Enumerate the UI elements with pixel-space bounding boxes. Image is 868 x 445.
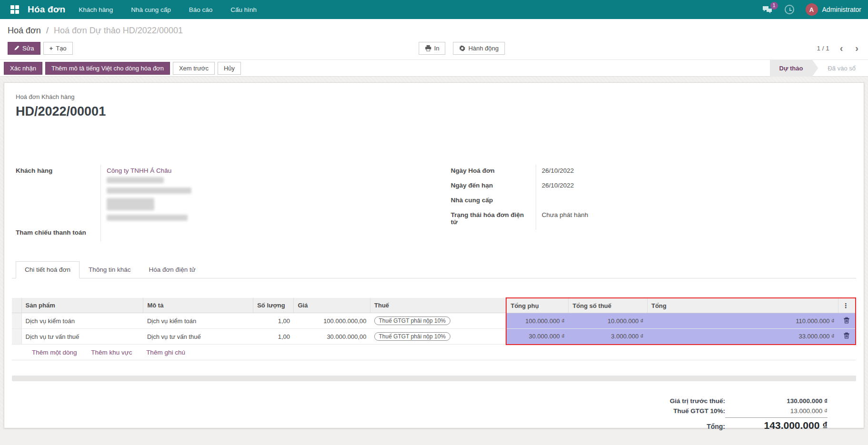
col-quantity[interactable]: Số lượng bbox=[253, 298, 294, 313]
col-subtotal[interactable]: Tổng phụ bbox=[506, 298, 568, 313]
cell-price[interactable]: 30.000.000,00 bbox=[294, 329, 370, 345]
user-avatar: A bbox=[806, 3, 818, 16]
col-tax[interactable]: Thuế bbox=[370, 298, 507, 313]
messages-button[interactable]: 1 bbox=[762, 5, 773, 14]
cancel-button[interactable]: Hủy bbox=[218, 62, 241, 75]
col-price[interactable]: Giá bbox=[294, 298, 370, 313]
cell-product[interactable]: Dịch vụ kiểm toán bbox=[21, 313, 143, 329]
preview-button[interactable]: Xem trước bbox=[173, 62, 215, 75]
customer-value[interactable]: Công ty TNHH Á Châu bbox=[100, 165, 417, 227]
einvoice-status-value: Chưa phát hành bbox=[536, 209, 852, 230]
cell-product[interactable]: Dịch vụ tư vấn thuế bbox=[21, 329, 143, 345]
cell-tax-total[interactable]: 10.000.000 ₫ bbox=[569, 313, 648, 329]
col-product[interactable]: Sản phẩm bbox=[21, 298, 143, 313]
column-options-menu[interactable]: ⋮ bbox=[838, 298, 856, 313]
grand-total-label: Tổng: bbox=[707, 423, 725, 430]
invoice-line-row-1[interactable]: Dịch vụ kiểm toán Dịch vụ kiểm toán 1,00… bbox=[12, 313, 856, 329]
cell-tax[interactable]: Thuế GTGT phải nộp 10% bbox=[370, 329, 507, 345]
printer-icon bbox=[425, 45, 431, 51]
menu-item-configuration[interactable]: Cấu hình bbox=[229, 1, 258, 18]
gear-icon bbox=[459, 45, 466, 51]
messages-badge: 1 bbox=[770, 2, 778, 10]
totals-block: Giá trị trước thuế: 130.000.000 ₫ Thuế G… bbox=[670, 397, 828, 434]
vendor-value[interactable] bbox=[536, 194, 852, 209]
state-posted[interactable]: Đã vào sổ bbox=[818, 59, 868, 77]
col-total[interactable]: Tổng bbox=[647, 298, 838, 313]
form-background: Hoá đơn Khách hàng HD/2022/00001 Khách h… bbox=[0, 77, 868, 428]
create-button[interactable]: + Tạo bbox=[43, 42, 73, 55]
cell-description[interactable]: Dịch vụ kiểm toán bbox=[143, 313, 253, 329]
trash-icon bbox=[844, 317, 849, 324]
menu-item-customers[interactable]: Khách hàng bbox=[78, 1, 114, 18]
breadcrumb-root[interactable]: Hoá đơn bbox=[8, 26, 41, 35]
menu-item-vendors[interactable]: Nhà cung cấp bbox=[130, 1, 171, 18]
pager-prev-button[interactable]: ‹ bbox=[838, 43, 845, 53]
right-field-group: Ngày Hoá đơn 26/10/2022 Ngày đến hạn 26/… bbox=[451, 165, 852, 241]
pager-value: 1 / 1 bbox=[817, 45, 829, 52]
tax-amount-label: Thuế GTGT 10%: bbox=[673, 407, 725, 415]
cell-subtotal[interactable]: 100.000.000 ₫ bbox=[506, 313, 568, 329]
invoice-number: HD/2022/00001 bbox=[16, 104, 856, 119]
cell-quantity[interactable]: 1,00 bbox=[253, 329, 294, 345]
delete-row-button[interactable] bbox=[838, 313, 856, 329]
add-vietnamese-description-button[interactable]: Thêm mô tả tiếng Việt cho dòng hóa đơn bbox=[45, 62, 170, 75]
due-date-label: Ngày đến hạn bbox=[451, 179, 536, 194]
col-tax-total[interactable]: Tổng số thuế bbox=[569, 298, 648, 313]
row-handle-column bbox=[12, 298, 21, 313]
tab-invoice-lines[interactable]: Chi tiết hoá đơn bbox=[16, 261, 80, 278]
tab-einvoice[interactable]: Hóa đơn điện tử bbox=[140, 261, 204, 278]
print-button[interactable]: In bbox=[419, 42, 446, 55]
tax-amount-value: 13.000.000 ₫ bbox=[725, 407, 828, 415]
payment-reference-label: Tham chiếu thanh toán bbox=[16, 227, 100, 241]
top-navbar: Hóa đơn Khách hàng Nhà cung cấp Báo cáo … bbox=[0, 0, 868, 19]
vendor-label: Nhà cung cấp bbox=[451, 194, 536, 209]
horizontal-scrollbar[interactable] bbox=[12, 376, 856, 381]
row-handle[interactable] bbox=[12, 313, 21, 329]
activities-clock-icon[interactable] bbox=[785, 5, 794, 14]
tax-pill: Thuế GTGT phải nộp 10% bbox=[374, 332, 451, 341]
cell-tax-total[interactable]: 3.000.000 ₫ bbox=[569, 329, 648, 345]
invoice-lines-table-wrap: Sản phẩm Mô tả Số lượng Giá Thuế Tổng ph… bbox=[12, 297, 856, 360]
notebook-tabs: Chi tiết hoá đơn Thông tin khác Hóa đơn … bbox=[12, 261, 856, 278]
add-line-link[interactable]: Thêm một dòng bbox=[32, 349, 77, 356]
due-date-value[interactable]: 26/10/2022 bbox=[536, 179, 852, 194]
table-header-row: Sản phẩm Mô tả Số lượng Giá Thuế Tổng ph… bbox=[12, 298, 856, 313]
apps-menu-button[interactable] bbox=[7, 5, 23, 14]
table-footer-links-row: Thêm một dòng Thêm khu vực Thêm ghi chú bbox=[12, 345, 856, 360]
breadcrumb: Hoá đơn / Hoá đơn Dự thảo HD/2022/00001 bbox=[8, 26, 860, 36]
plus-icon: + bbox=[50, 45, 53, 52]
grand-total-value: 143.000.000 ₫ bbox=[725, 417, 828, 431]
app-title[interactable]: Hóa đơn bbox=[28, 4, 65, 15]
left-field-group: Khách hàng Công ty TNHH Á Châu Tham chiế… bbox=[16, 165, 417, 241]
add-note-link[interactable]: Thêm ghi chú bbox=[146, 349, 185, 356]
delete-row-button[interactable] bbox=[838, 329, 856, 345]
invoice-line-row-2[interactable]: Dịch vụ tư vấn thuế Dịch vụ tư vấn thuế … bbox=[12, 329, 856, 345]
cell-total[interactable]: 33.000.000 ₫ bbox=[647, 329, 838, 345]
add-section-link[interactable]: Thêm khu vực bbox=[91, 349, 132, 356]
row-handle[interactable] bbox=[12, 329, 21, 345]
cell-tax[interactable]: Thuế GTGT phải nộp 10% bbox=[370, 313, 507, 329]
breadcrumb-current: Hoá đơn Dự thảo HD/2022/00001 bbox=[54, 26, 183, 35]
user-name: Administrator bbox=[822, 6, 861, 13]
invoice-date-value[interactable]: 26/10/2022 bbox=[536, 165, 852, 179]
customer-label: Khách hàng bbox=[16, 165, 100, 227]
cell-quantity[interactable]: 1,00 bbox=[253, 313, 294, 329]
tab-other-info[interactable]: Thông tin khác bbox=[80, 261, 140, 278]
col-description[interactable]: Mô tả bbox=[143, 298, 253, 313]
payment-reference-value[interactable] bbox=[100, 227, 417, 241]
edit-button[interactable]: Sửa bbox=[8, 42, 40, 55]
cell-total[interactable]: 110.000.000 ₫ bbox=[647, 313, 838, 329]
statusbar: Xác nhận Thêm mô tả tiếng Việt cho dòng … bbox=[0, 59, 868, 77]
cell-subtotal[interactable]: 30.000.000 ₫ bbox=[506, 329, 568, 345]
menu-item-reports[interactable]: Báo cáo bbox=[188, 1, 214, 18]
confirm-button[interactable]: Xác nhận bbox=[4, 62, 42, 75]
cell-description[interactable]: Dịch vụ tư vấn thuế bbox=[143, 329, 253, 345]
user-menu[interactable]: A Administrator bbox=[806, 3, 861, 16]
cell-price[interactable]: 100.000.000,00 bbox=[294, 313, 370, 329]
breadcrumb-separator: / bbox=[46, 26, 49, 35]
pager-next-button[interactable]: › bbox=[853, 43, 860, 53]
state-draft[interactable]: Dự thảo bbox=[770, 59, 818, 77]
action-button[interactable]: Hành động bbox=[453, 42, 505, 55]
untaxed-amount-value: 130.000.000 ₫ bbox=[725, 397, 828, 405]
state-steps: Dự thảo Đã vào sổ bbox=[770, 59, 868, 77]
